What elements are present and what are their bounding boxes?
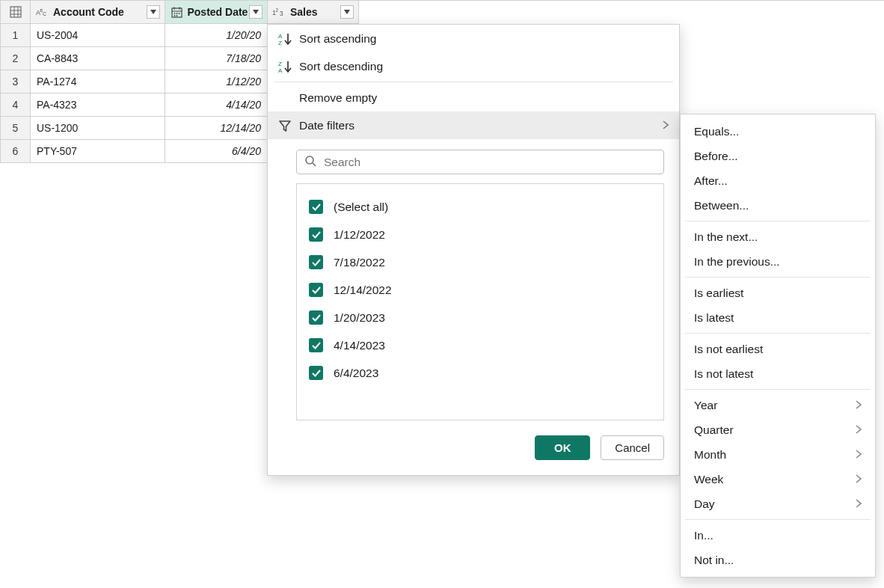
filter-value-item[interactable]: 1/20/2023: [297, 304, 663, 331]
row-number[interactable]: 3: [1, 70, 31, 94]
ok-button[interactable]: OK: [535, 435, 590, 460]
svg-text:A: A: [278, 33, 283, 40]
sort-descending[interactable]: ZA Sort descending: [268, 52, 679, 80]
filter-value-item[interactable]: 6/4/2023: [297, 359, 663, 387]
menu-label: Remove empty: [299, 91, 377, 105]
menu-separator: [685, 519, 871, 520]
cell-account[interactable]: PTY-507: [31, 140, 165, 163]
cell-account[interactable]: CA-8843: [31, 47, 165, 70]
cell-account[interactable]: US-1200: [31, 117, 165, 140]
datefilter-month[interactable]: Month: [681, 442, 875, 467]
row-number[interactable]: 5: [1, 117, 31, 140]
svg-point-15: [179, 13, 180, 14]
datefilter-in-previous[interactable]: In the previous...: [681, 249, 875, 274]
search-box[interactable]: [296, 150, 664, 174]
colhdr-account-code[interactable]: ABC Account Code: [31, 1, 165, 24]
svg-point-13: [174, 13, 176, 14]
cell-posted[interactable]: 1/20/20: [165, 24, 268, 47]
filter-value-label: 4/14/2023: [334, 339, 385, 352]
datefilter-before[interactable]: Before...: [681, 144, 875, 168]
datefilter-week[interactable]: Week: [681, 467, 875, 491]
datefilter-between[interactable]: Between...: [681, 193, 875, 218]
chevron-right-icon: [663, 119, 669, 132]
chevron-right-icon: [856, 473, 862, 486]
column-filter-button[interactable]: [249, 5, 263, 19]
colhdr-sales[interactable]: 123 Sales: [268, 1, 359, 24]
filter-value-item[interactable]: 4/14/2023: [297, 331, 663, 359]
filter-value-item[interactable]: 7/18/2022: [297, 248, 663, 276]
date-filters[interactable]: Date filters: [268, 111, 679, 139]
column-filter-button[interactable]: [147, 5, 160, 19]
select-all-corner[interactable]: [1, 1, 31, 24]
svg-marker-18: [253, 10, 259, 14]
datefilter-year[interactable]: Year: [681, 393, 875, 417]
menu-separator: [685, 389, 871, 390]
sort-desc-icon: ZA: [278, 60, 299, 73]
checkbox-icon: [309, 200, 323, 214]
filter-value-select-all[interactable]: (Select all): [297, 193, 663, 221]
menu-label: Date filters: [299, 119, 354, 132]
row-number[interactable]: 1: [1, 24, 31, 47]
svg-text:2: 2: [276, 7, 279, 13]
colhdr-label: Sales: [287, 6, 339, 18]
cell-posted[interactable]: 7/18/20: [165, 47, 268, 70]
datefilter-not-in[interactable]: Not in...: [681, 548, 875, 572]
filter-value-item[interactable]: 1/12/2022: [297, 221, 663, 248]
chevron-right-icon: [856, 423, 862, 437]
menu-separator: [685, 221, 871, 221]
menu-separator: [274, 82, 673, 82]
datefilter-equals[interactable]: Equals...: [681, 119, 875, 144]
datefilter-is-earliest[interactable]: Is earliest: [681, 281, 875, 305]
datefilter-in[interactable]: In...: [681, 523, 875, 548]
row-number[interactable]: 6: [1, 140, 31, 163]
number-type-icon: 123: [272, 7, 287, 17]
datefilter-day[interactable]: Day: [681, 491, 875, 516]
checkbox-icon: [309, 366, 323, 380]
svg-text:3: 3: [280, 10, 283, 17]
sort-ascending[interactable]: AZ Sort ascending: [268, 25, 679, 52]
text-type-icon: ABC: [35, 7, 50, 17]
row-number[interactable]: 4: [1, 94, 31, 117]
filter-value-label: 12/14/2022: [334, 284, 392, 297]
filter-value-label: (Select all): [334, 200, 388, 214]
svg-marker-8: [150, 10, 156, 14]
cell-posted[interactable]: 12/14/20: [165, 117, 268, 140]
cell-account[interactable]: PA-4323: [31, 94, 165, 117]
svg-text:Z: Z: [278, 61, 282, 67]
svg-point-17: [177, 15, 178, 16]
cell-posted[interactable]: 4/14/20: [165, 94, 268, 117]
datefilter-is-not-latest[interactable]: Is not latest: [681, 361, 875, 386]
svg-marker-22: [344, 10, 350, 14]
cell-posted[interactable]: 6/4/20: [165, 140, 268, 163]
date-filters-submenu: Equals... Before... After... Between... …: [680, 114, 876, 578]
svg-text:A: A: [278, 67, 283, 73]
filter-values-list: (Select all) 1/12/2022 7/18/2022 12/14/2…: [296, 183, 664, 420]
colhdr-posted-date[interactable]: Posted Date: [165, 1, 268, 24]
row-number[interactable]: 2: [1, 47, 31, 70]
filter-value-label: 1/12/2022: [334, 228, 385, 242]
column-filter-button[interactable]: [340, 5, 354, 19]
filter-value-item[interactable]: 12/14/2022: [297, 276, 663, 304]
search-icon: [304, 155, 322, 169]
filter-icon: [278, 119, 299, 132]
search-input[interactable]: [322, 155, 656, 170]
checkbox-icon: [309, 227, 323, 242]
chevron-right-icon: [856, 497, 862, 511]
menu-label: Sort ascending: [299, 32, 376, 46]
cancel-button[interactable]: Cancel: [601, 435, 664, 460]
column-filter-dropdown: AZ Sort ascending ZA Sort descending Rem…: [267, 24, 680, 476]
svg-text:Z: Z: [278, 40, 282, 46]
datefilter-in-next[interactable]: In the next...: [681, 224, 875, 249]
datefilter-after[interactable]: After...: [681, 168, 875, 193]
cell-account[interactable]: US-2004: [31, 24, 165, 47]
filter-value-label: 1/20/2023: [334, 311, 385, 325]
cell-posted[interactable]: 1/12/20: [165, 70, 268, 94]
svg-point-16: [174, 15, 176, 16]
remove-empty[interactable]: Remove empty: [268, 84, 679, 111]
datefilter-is-latest[interactable]: Is latest: [681, 305, 875, 330]
datefilter-quarter[interactable]: Quarter: [681, 417, 875, 442]
cell-account[interactable]: PA-1274: [31, 70, 165, 94]
checkbox-icon: [309, 310, 323, 325]
date-type-icon: [170, 7, 184, 18]
datefilter-is-not-earliest[interactable]: Is not earliest: [681, 337, 875, 361]
